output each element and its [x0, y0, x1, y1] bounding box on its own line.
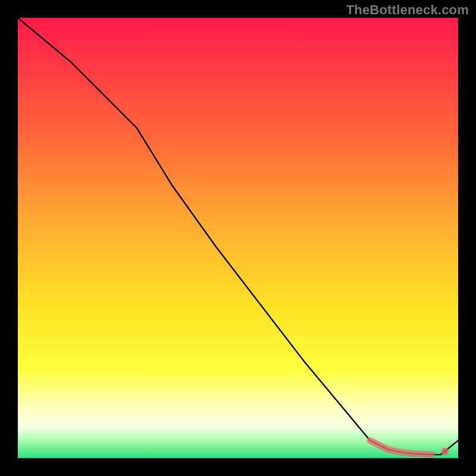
bottleneck-curve-line	[18, 18, 458, 455]
attribution-label: TheBottleneck.com	[346, 2, 469, 18]
highlight-segment	[370, 440, 432, 455]
highlight-point-inner	[443, 450, 447, 453]
curve-svg	[18, 18, 458, 458]
chart-frame: TheBottleneck.com	[0, 0, 476, 476]
plot-area	[18, 18, 458, 458]
